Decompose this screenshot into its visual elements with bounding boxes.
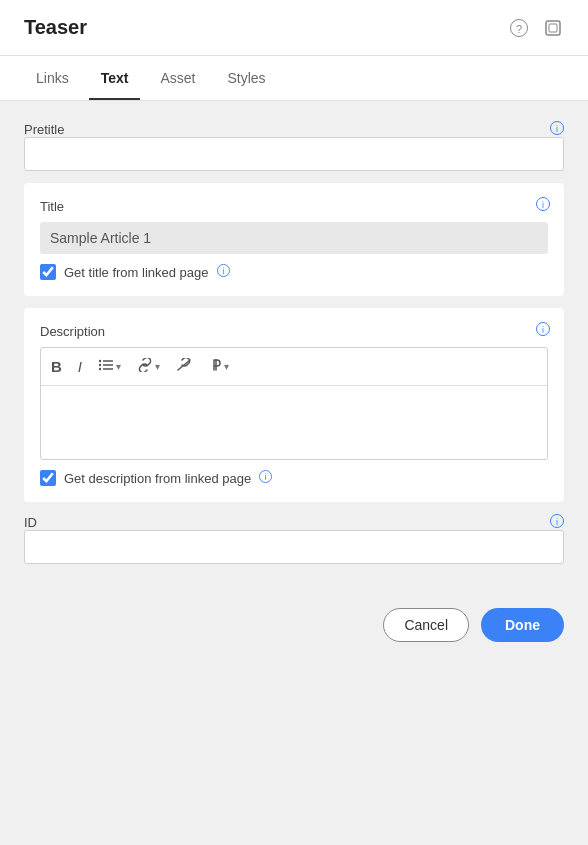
unlink-button[interactable] — [170, 354, 198, 379]
pretitle-input[interactable] — [24, 137, 564, 171]
svg-rect-2 — [546, 21, 560, 35]
pretitle-info-icon[interactable]: i — [550, 121, 564, 138]
header-icons: ? — [508, 17, 564, 39]
tab-text[interactable]: Text — [89, 56, 141, 100]
list-chevron-icon: ▾ — [116, 361, 121, 372]
svg-text:i: i — [556, 124, 558, 134]
svg-point-16 — [99, 364, 101, 366]
link-button[interactable]: ▾ — [131, 354, 166, 379]
page-container: Teaser ? Links Text Asset Styles — [0, 0, 588, 845]
description-checkbox-info-icon[interactable]: i — [259, 470, 272, 486]
link-chevron-icon: ▾ — [155, 361, 160, 372]
title-label: Title — [40, 199, 548, 214]
id-input[interactable] — [24, 530, 564, 564]
svg-point-15 — [99, 360, 101, 362]
svg-rect-3 — [549, 24, 557, 32]
description-checkbox[interactable] — [40, 470, 56, 486]
svg-text:i: i — [542, 200, 544, 210]
title-info-icon[interactable]: i — [536, 197, 550, 214]
svg-text:i: i — [265, 472, 267, 482]
list-button[interactable]: ▾ — [92, 354, 127, 379]
tab-asset[interactable]: Asset — [148, 56, 207, 100]
paragraph-button[interactable]: ▾ — [202, 354, 235, 379]
id-info-icon[interactable]: i — [550, 514, 564, 531]
list-icon — [98, 358, 114, 375]
footer: Cancel Done — [0, 592, 588, 658]
unlink-icon — [176, 358, 192, 375]
title-checkbox-info-icon[interactable]: i — [217, 264, 230, 280]
header: Teaser ? — [0, 0, 588, 56]
svg-text:i: i — [542, 325, 544, 335]
page-title: Teaser — [24, 16, 87, 39]
italic-button[interactable]: I — [72, 354, 88, 379]
paragraph-icon — [208, 358, 222, 375]
title-checkbox[interactable] — [40, 264, 56, 280]
content: Pretitle i i Title Get title from linked… — [0, 101, 588, 584]
title-checkbox-label: Get title from linked page — [64, 265, 209, 280]
paragraph-chevron-icon: ▾ — [224, 361, 229, 372]
pretitle-section: Pretitle i — [24, 121, 564, 171]
description-checkbox-label: Get description from linked page — [64, 471, 251, 486]
description-checkbox-row: Get description from linked page i — [40, 470, 548, 486]
italic-icon: I — [78, 358, 82, 375]
help-icon[interactable]: ? — [508, 17, 530, 39]
tab-styles[interactable]: Styles — [215, 56, 277, 100]
svg-text:?: ? — [516, 22, 522, 34]
tab-links[interactable]: Links — [24, 56, 81, 100]
description-section: i Description B I — [24, 308, 564, 502]
title-input — [40, 222, 548, 254]
id-section: ID i — [24, 514, 564, 564]
svg-text:i: i — [556, 517, 558, 527]
svg-line-18 — [178, 360, 190, 370]
title-section: i Title Get title from linked page i — [24, 183, 564, 296]
pretitle-label: Pretitle — [24, 122, 64, 137]
bold-icon: B — [51, 358, 62, 375]
id-label: ID — [24, 515, 37, 530]
tabs: Links Text Asset Styles — [0, 56, 588, 101]
bold-button[interactable]: B — [45, 354, 68, 379]
cancel-button[interactable]: Cancel — [383, 608, 469, 642]
expand-icon[interactable] — [542, 17, 564, 39]
done-button[interactable]: Done — [481, 608, 564, 642]
description-info-icon[interactable]: i — [536, 322, 550, 339]
svg-text:i: i — [222, 266, 224, 276]
svg-point-17 — [99, 368, 101, 370]
description-label: Description — [40, 324, 548, 339]
description-textarea[interactable] — [41, 386, 547, 456]
link-icon — [137, 358, 153, 375]
rte-toolbar: B I — [41, 348, 547, 386]
title-checkbox-row: Get title from linked page i — [40, 264, 548, 280]
description-editor: B I — [40, 347, 548, 460]
